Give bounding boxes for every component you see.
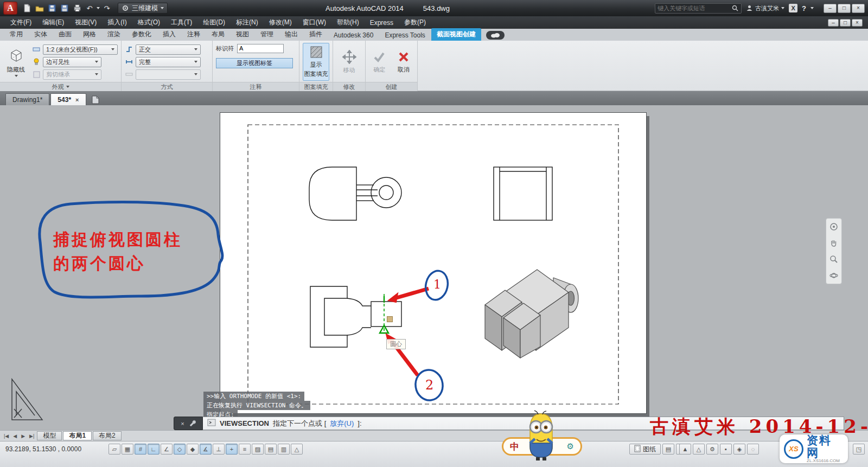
- zoom-icon[interactable]: [829, 254, 839, 264]
- tab-section-view-creation[interactable]: 截面视图创建: [431, 28, 481, 41]
- tab-model[interactable]: 模型: [37, 431, 62, 440]
- plot-icon[interactable]: [72, 3, 82, 14]
- section-depth-combo[interactable]: 完整: [136, 57, 201, 67]
- menu-parametric[interactable]: 参数(P): [399, 17, 431, 28]
- menu-file[interactable]: 文件(F): [5, 17, 36, 28]
- save-as-icon[interactable]: [59, 3, 70, 14]
- toggle-transparency[interactable]: ▨: [252, 444, 264, 455]
- menu-edit[interactable]: 编辑(E): [37, 17, 69, 28]
- toggle-object-snap-tracking[interactable]: ∡: [200, 444, 212, 455]
- connect-cloud-icon[interactable]: [486, 31, 505, 40]
- toggle-object-snap[interactable]: ◇: [174, 444, 186, 455]
- doc-close-button[interactable]: ×: [852, 19, 863, 27]
- toggle-3d-object-snap[interactable]: ◆: [187, 444, 199, 455]
- move-button[interactable]: 移动: [336, 43, 362, 81]
- toggle-snap-mode[interactable]: ▦: [122, 444, 133, 455]
- signed-in-user[interactable]: 古滇艾米: [746, 3, 784, 14]
- new-file-icon[interactable]: [22, 3, 33, 14]
- layout-first-icon[interactable]: |◀: [2, 433, 10, 439]
- paper-sheet[interactable]: [220, 112, 647, 414]
- panel-footer-create[interactable]: 创建: [366, 82, 417, 91]
- new-drawing-tab-icon[interactable]: [90, 94, 101, 105]
- toggle-polar-tracking[interactable]: ∠: [161, 444, 173, 455]
- file-tab-drawing1[interactable]: Drawing1*: [5, 93, 49, 105]
- maximize-button[interactable]: □: [838, 4, 851, 13]
- tab-express-tools[interactable]: Express Tools: [379, 30, 430, 41]
- app-menu-button[interactable]: A: [3, 2, 17, 15]
- show-view-label-toggle[interactable]: 显示视图标签: [216, 58, 293, 68]
- toggle-grid-display[interactable]: #: [135, 444, 146, 455]
- workspace-switch-button[interactable]: ⚙: [706, 444, 718, 455]
- menu-draw[interactable]: 绘图(D): [198, 17, 230, 28]
- edge-visibility-combo[interactable]: 边可见性: [43, 57, 101, 67]
- tab-surface[interactable]: 曲面: [53, 28, 77, 41]
- toggle-quick-properties[interactable]: ▤: [265, 444, 277, 455]
- panel-footer-annotation[interactable]: 注释: [213, 82, 299, 91]
- annotation-scale-button[interactable]: ▲: [679, 444, 691, 455]
- menu-modify[interactable]: 修改(M): [264, 17, 297, 28]
- panel-footer-modify[interactable]: 修改: [333, 82, 365, 91]
- drawing-canvas[interactable]: 捕捉俯视图圆柱 的两个圆心 1 2 圆心 >>输入 ORTHOMODE 的新值 …: [0, 105, 868, 430]
- menu-dimension[interactable]: 标注(N): [231, 17, 263, 28]
- menu-express[interactable]: Express: [365, 18, 398, 28]
- identifier-input[interactable]: [237, 44, 284, 53]
- toggle-dynamic-input[interactable]: +: [226, 444, 238, 455]
- clean-screen-button[interactable]: ◳: [853, 444, 865, 455]
- tab-layout1[interactable]: 布局1: [63, 431, 92, 440]
- annotation-visibility-button[interactable]: △: [693, 444, 705, 455]
- doc-restore-button[interactable]: □: [840, 19, 851, 27]
- command-option-undo[interactable]: 放弃(U): [330, 419, 354, 428]
- panel-footer-method[interactable]: 方式: [122, 82, 212, 91]
- show-hatch-toggle[interactable]: 显示 图案填充: [303, 43, 329, 81]
- help-icon[interactable]: ?: [802, 4, 806, 12]
- minimize-button[interactable]: –: [824, 4, 837, 13]
- command-wrench-icon[interactable]: [189, 419, 196, 427]
- menu-help[interactable]: 帮助(H): [332, 17, 364, 28]
- tab-autodesk-360[interactable]: Autodesk 360: [328, 30, 379, 41]
- cancel-button[interactable]: 取消: [393, 43, 414, 81]
- paper-model-toggle[interactable]: 图纸: [629, 444, 661, 455]
- menu-insert[interactable]: 插入(I): [103, 17, 131, 28]
- layout-last-icon[interactable]: ▶|: [28, 433, 36, 439]
- view-scale-combo[interactable]: 1:2 (来自父视图(F)): [43, 44, 118, 55]
- toggle-ortho-mode[interactable]: ∟: [148, 444, 159, 455]
- section-type-combo[interactable]: 正交: [136, 44, 201, 55]
- tab-parametric[interactable]: 参数化: [126, 28, 157, 41]
- file-tab-close-icon[interactable]: ×: [75, 97, 79, 103]
- tab-layout[interactable]: 布局: [206, 28, 230, 41]
- toggle-annotation-monitor[interactable]: △: [291, 444, 303, 455]
- ok-button[interactable]: 确定: [369, 43, 390, 81]
- toolbar-lock-button[interactable]: ▪: [720, 444, 732, 455]
- panel-footer-hatch[interactable]: 图案填充: [299, 82, 333, 91]
- command-close-icon[interactable]: ×: [181, 420, 184, 427]
- toggle-infer-constraints[interactable]: ▱: [108, 444, 120, 455]
- toggle-lineweight[interactable]: ≡: [239, 444, 251, 455]
- menu-window[interactable]: 窗口(W): [298, 17, 331, 28]
- ime-settings-icon[interactable]: ⚙: [567, 442, 574, 451]
- toggle-dynamic-ucs[interactable]: ⊥: [213, 444, 225, 455]
- tab-manage[interactable]: 管理: [255, 28, 279, 41]
- quick-view-layouts-button[interactable]: ▤: [662, 444, 674, 455]
- tab-annotate[interactable]: 注释: [182, 28, 206, 41]
- close-button[interactable]: ×: [852, 4, 865, 13]
- tab-render[interactable]: 渲染: [102, 28, 126, 41]
- exchange-apps-icon[interactable]: X: [789, 4, 797, 12]
- tab-layout2[interactable]: 布局2: [93, 431, 122, 440]
- undo-icon[interactable]: ↶: [84, 3, 95, 14]
- layout-prev-icon[interactable]: ◀: [11, 433, 18, 439]
- file-tab-543[interactable]: 543* ×: [50, 93, 86, 105]
- tab-insert[interactable]: 插入: [157, 28, 181, 41]
- redo-icon[interactable]: ↷: [101, 3, 112, 14]
- tab-mesh[interactable]: 网格: [78, 28, 101, 41]
- tab-view[interactable]: 视图: [231, 28, 254, 41]
- orbit-icon[interactable]: [829, 271, 839, 280]
- tab-solid[interactable]: 实体: [29, 28, 53, 41]
- menu-tools[interactable]: 工具(T): [166, 17, 197, 28]
- help-search[interactable]: [655, 3, 742, 14]
- toggle-selection-cycling[interactable]: ▥: [278, 444, 290, 455]
- menu-view[interactable]: 视图(V): [70, 17, 101, 28]
- search-input[interactable]: [658, 5, 729, 11]
- menu-format[interactable]: 格式(O): [133, 17, 165, 28]
- tab-output[interactable]: 输出: [279, 28, 303, 41]
- hidden-lines-button[interactable]: 隐藏线: [3, 43, 29, 81]
